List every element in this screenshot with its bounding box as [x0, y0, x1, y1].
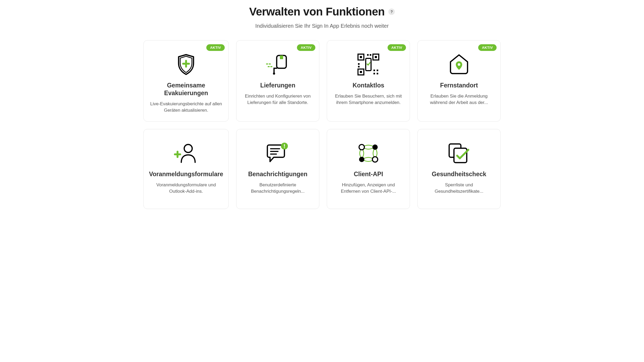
qr-code-icon: [356, 52, 380, 77]
card-desc: Erlauben Sie Besuchern, sich mit ihrem S…: [332, 93, 404, 106]
card-title: Voranmeldungsformulare: [149, 170, 223, 178]
card-desc: Live-Evakuierungsberichte auf allen Gerä…: [150, 101, 222, 114]
house-pin-icon: [448, 52, 470, 77]
card-notifications[interactable]: Benachrichtigungen Benutzerdefinierte Be…: [236, 129, 319, 209]
page-title: Verwalten von Funktionen: [249, 5, 385, 18]
card-title: Fernstandort: [440, 82, 478, 89]
shield-plus-icon: [176, 52, 196, 77]
svg-rect-6: [360, 56, 362, 58]
page-subtitle: Individualisieren Sie Ihr Sign In App Er…: [16, 23, 628, 29]
chat-alert-icon: [266, 141, 290, 166]
network-nodes-icon: [356, 141, 380, 166]
card-desc: Hinzufügen, Anzeigen und Entfernen von C…: [332, 182, 404, 195]
active-badge: AKTIV: [478, 44, 497, 51]
card-desc: Benutzerdefinierte Benachrichtigungsrege…: [242, 182, 314, 195]
svg-point-21: [184, 144, 192, 152]
card-shared-evacuations[interactable]: AKTIV Gemeinsame Evakuierungen Live-Evak…: [143, 40, 229, 122]
svg-point-20: [458, 63, 460, 66]
svg-rect-17: [358, 63, 360, 65]
card-title: Client-API: [354, 170, 383, 178]
svg-point-28: [359, 144, 364, 150]
delivery-trolley-icon: [265, 52, 291, 77]
svg-point-30: [359, 157, 364, 162]
svg-rect-33: [454, 148, 467, 163]
title-row: Verwalten von Funktionen ?: [16, 5, 628, 18]
svg-rect-16: [370, 54, 371, 56]
card-desc: Erlauben Sie die Anmeldung während der A…: [423, 93, 495, 106]
svg-rect-18: [358, 66, 360, 67]
svg-rect-11: [373, 70, 375, 71]
card-deliveries[interactable]: AKTIV Lieferungen Einrichten und Konfigu…: [236, 40, 319, 122]
svg-rect-13: [373, 73, 375, 74]
svg-point-29: [372, 144, 378, 150]
svg-point-31: [372, 157, 378, 162]
card-health-check[interactable]: Gesundheitscheck Sperrliste und Gesundhe…: [417, 129, 501, 209]
card-desc: Voranmeldungsformulare und Outlook-Add-i…: [150, 182, 222, 195]
svg-point-2: [273, 73, 275, 75]
card-remote-site[interactable]: AKTIV Fernstandort Erlauben Sie die Anme…: [417, 40, 501, 122]
card-client-api[interactable]: Client-API Hinzufügen, Anzeigen und Entf…: [327, 129, 410, 209]
active-badge: AKTIV: [297, 44, 315, 51]
svg-rect-15: [367, 54, 369, 56]
page-header: Verwalten von Funktionen ? Individualisi…: [16, 5, 628, 29]
card-desc: Sperrliste und Gesundheitszertifikate...: [423, 182, 495, 195]
svg-rect-12: [377, 70, 378, 71]
svg-rect-1: [280, 55, 283, 59]
help-icon[interactable]: ?: [388, 9, 395, 15]
card-title: Benachrichtigungen: [248, 170, 307, 178]
person-plus-icon: [174, 141, 198, 166]
svg-rect-14: [377, 73, 378, 74]
card-title: Gesundheitscheck: [432, 170, 486, 178]
card-title: Gemeinsame Evakuierungen: [149, 82, 223, 97]
card-title: Lieferungen: [260, 82, 295, 89]
card-preregistration-forms[interactable]: Voranmeldungsformulare Voranmeldungsform…: [143, 129, 229, 209]
active-badge: AKTIV: [206, 44, 225, 51]
active-badge: AKTIV: [388, 44, 406, 51]
svg-point-27: [284, 147, 285, 148]
card-title: Kontaktlos: [353, 82, 384, 89]
card-contactless[interactable]: AKTIV: [327, 40, 410, 122]
clipboard-check-icon: [447, 141, 471, 166]
feature-grid: AKTIV Gemeinsame Evakuierungen Live-Evak…: [143, 40, 501, 209]
card-desc: Einrichten und Konfigurieren von Lieferu…: [242, 93, 314, 106]
svg-rect-10: [360, 71, 362, 73]
svg-rect-8: [375, 56, 377, 58]
